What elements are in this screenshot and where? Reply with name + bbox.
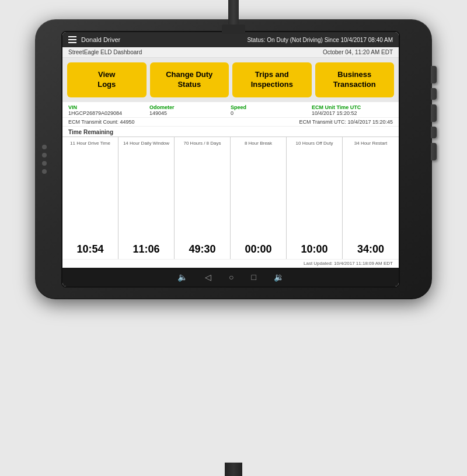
ecm-time-value: 10/4/2017 15:20:52 [312, 110, 393, 116]
change-duty-button[interactable]: Change DutyStatus [150, 62, 229, 97]
nav-dot [42, 153, 47, 158]
speed-label: Speed [231, 104, 312, 110]
side-buttons [431, 66, 437, 160]
speed-value: 0 [231, 110, 312, 116]
main-buttons: ViewLogs Change DutyStatus Trips andInsp… [62, 58, 399, 102]
device-body: Donald Driver Status: On Duty (Not Drivi… [35, 19, 432, 299]
time-cell-label: 11 Hour Drive Time [70, 141, 110, 146]
android-nav: 🔈 ◁ ○ □ 🔉 [62, 268, 399, 286]
hamburger-menu[interactable] [68, 36, 76, 43]
side-btn-home[interactable] [431, 104, 437, 122]
time-cell-value: 49:30 [189, 243, 215, 256]
time-cell: 8 Hour Break00:00 [231, 137, 287, 259]
vin-label: VIN [68, 104, 149, 110]
side-btn-back[interactable] [431, 127, 437, 138]
time-cell-label: 10 Hours Off Duty [296, 141, 333, 146]
side-btn-minus[interactable] [431, 88, 437, 100]
dashboard-datetime: October 04, 11:20 AM EDT [323, 49, 393, 55]
status-text: Status: On Duty (Not Driving) Since 10/4… [247, 37, 393, 43]
last-updated: Last Updated: 10/4/2017 11:18:09 AM EDT [62, 259, 399, 268]
time-cell: 70 Hours / 8 Days49:30 [175, 137, 231, 259]
business-transaction-button[interactable]: BusinessTransaction [315, 62, 395, 97]
time-cell: 10 Hours Off Duty10:00 [287, 137, 343, 259]
time-cell-value: 10:00 [301, 243, 327, 256]
dashboard-title: StreetEagle ELD Dashboard [68, 49, 142, 55]
time-cell-label: 70 Hours / 8 Days [183, 141, 221, 146]
time-cell-value: 11:06 [133, 243, 159, 256]
username: Donald Driver [81, 36, 120, 43]
screen: Donald Driver Status: On Duty (Not Drivi… [61, 31, 400, 288]
trips-inspections-button[interactable]: Trips andInspections [232, 62, 312, 97]
time-remaining-header: Time Remaining [62, 127, 399, 136]
volume-down-icon[interactable]: 🔈 [177, 272, 187, 282]
odometer-value: 149045 [149, 110, 231, 116]
time-cell-value: 10:54 [76, 243, 103, 256]
nav-dot [42, 145, 47, 149]
ecm-transmit-utc: ECM Transmit UTC: 10/4/2017 15:20:45 [299, 119, 393, 125]
side-btn-menu[interactable] [431, 143, 437, 160]
vin-row: VIN 1HGCP26879A029084 Odometer 149045 Sp… [62, 102, 399, 118]
time-cell-label: 34 Hour Restart [354, 141, 387, 146]
back-icon[interactable]: ◁ [205, 272, 211, 282]
odometer-label: Odometer [149, 104, 231, 110]
time-cell-value: 34:00 [357, 243, 384, 256]
vin-value: 1HGCP26879A029084 [68, 110, 149, 116]
side-btn-plus[interactable] [431, 66, 437, 83]
ecm-time-label: ECM Unit Time UTC [312, 104, 393, 110]
antenna [228, 0, 239, 28]
nav-dots [42, 145, 47, 174]
time-cell-label: 8 Hour Break [245, 141, 272, 146]
time-grid: 11 Hour Drive Time10:5414 Hour Daily Win… [62, 136, 399, 259]
recents-icon[interactable]: □ [252, 272, 256, 282]
ecm-row: ECM Transmit Count: 44950 ECM Transmit U… [62, 118, 399, 127]
header-bar: Donald Driver Status: On Duty (Not Drivi… [62, 32, 399, 47]
sub-header: StreetEagle ELD Dashboard October 04, 11… [62, 47, 399, 58]
time-cell: 11 Hour Drive Time10:54 [62, 137, 119, 259]
header-left: Donald Driver [68, 36, 120, 43]
ecm-transmit-count: ECM Transmit Count: 44950 [68, 119, 135, 125]
nav-dot [42, 169, 47, 174]
home-icon[interactable]: ○ [229, 272, 234, 282]
nav-dot [42, 161, 47, 166]
time-cell: 34 Hour Restart34:00 [343, 137, 399, 259]
mount-arm [225, 463, 242, 476]
time-cell-value: 00:00 [245, 243, 271, 256]
view-logs-button[interactable]: ViewLogs [67, 62, 147, 97]
data-area: VIN 1HGCP26879A029084 Odometer 149045 Sp… [62, 102, 399, 268]
volume-up-icon[interactable]: 🔉 [274, 272, 284, 282]
device-wrapper: Donald Driver Status: On Duty (Not Drivi… [29, 19, 438, 457]
time-cell-label: 14 Hour Daily Window [123, 141, 169, 146]
time-cell: 14 Hour Daily Window11:06 [119, 137, 175, 259]
